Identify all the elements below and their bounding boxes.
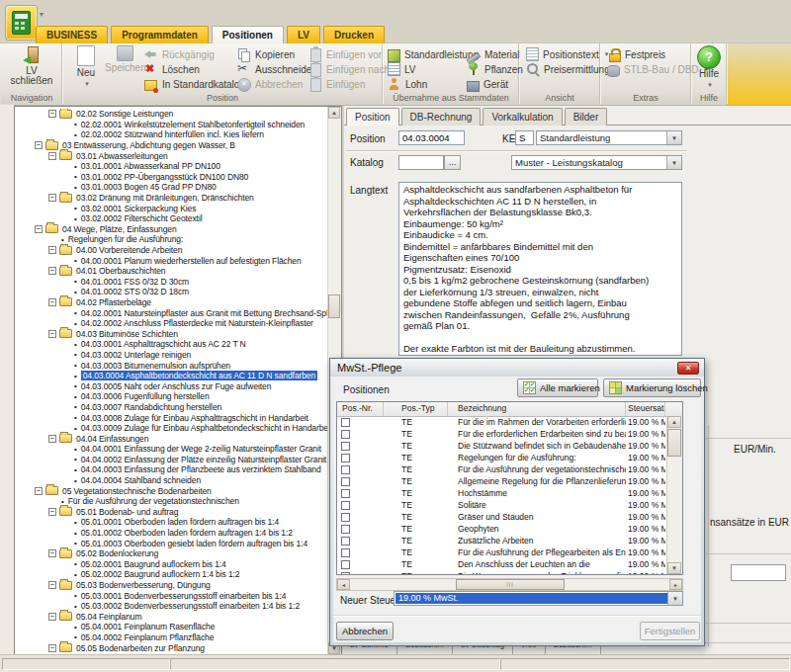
row-checkbox[interactable] bbox=[341, 501, 350, 510]
ribbon-button-einf-gen-vor[interactable]: Einfügen vor bbox=[308, 47, 390, 61]
table-row[interactable]: TEFür die erforderlichen Erdarbeiten sin… bbox=[337, 428, 667, 440]
chevron-down-icon[interactable]: ▾ bbox=[667, 592, 682, 605]
row-checkbox[interactable] bbox=[341, 430, 350, 439]
tree-item[interactable]: •04.03.0007 Randabdichtung herstellen bbox=[15, 402, 328, 413]
collapse-icon[interactable]: − bbox=[48, 152, 56, 160]
collapsed-side-panel[interactable] bbox=[0, 105, 15, 655]
collapse-icon[interactable]: − bbox=[48, 644, 56, 652]
table-vertical-scrollbar[interactable]: ▲ ▼ bbox=[666, 416, 682, 574]
finish-button[interactable]: Fertigstellen bbox=[640, 622, 700, 640]
row-checkbox[interactable] bbox=[341, 560, 350, 569]
tree-item[interactable]: •04.03.0002 Unterlage reinigen bbox=[15, 350, 328, 361]
tree-item[interactable]: −03.01 Abwasserleitungen bbox=[15, 150, 328, 161]
tree-item[interactable]: •04.04.0001 Einfassung der Wege 2-zeilig… bbox=[15, 444, 328, 455]
tree-item[interactable]: •04.03.0001 Asphalttragschicht aus AC 22… bbox=[15, 339, 328, 350]
tree-item[interactable]: •03.02.0001 Sickerpackung Kies bbox=[15, 203, 328, 213]
table-row[interactable]: TEAllgemeine Regelung für die Pflanzenli… bbox=[337, 475, 667, 487]
table-row[interactable]: TEHochstämme19.00 % M... bbox=[337, 487, 667, 499]
collapse-icon[interactable]: − bbox=[35, 141, 43, 149]
ribbon-button-einf-gen-nach[interactable]: Einfügen nach bbox=[308, 62, 390, 76]
steuersatz-select[interactable]: 19.00 % MwSt. ▾ bbox=[394, 591, 683, 606]
ribbon-button-lv[interactable]: LV bbox=[388, 62, 467, 76]
tree-item[interactable]: −04.04 Einfassungen bbox=[15, 433, 328, 444]
tree-item[interactable]: •02.02.0001 Winkelstützelement Stahlbeto… bbox=[15, 120, 328, 130]
save-button[interactable]: Speichern bbox=[105, 45, 144, 73]
collapse-icon[interactable]: − bbox=[35, 487, 43, 495]
ribbon-button-pflanzen[interactable]: Pflanzen bbox=[467, 62, 528, 76]
table-row[interactable]: TEGräser und Stauden19.00 % M... bbox=[337, 511, 667, 523]
table-row[interactable]: TEDie Stützwand befindet sich in Gebäude… bbox=[337, 440, 667, 452]
table-row[interactable]: TEFür die im Rahmen der Vorarbeiten erfo… bbox=[337, 416, 667, 428]
row-checkbox[interactable] bbox=[341, 454, 350, 462]
ribbon-button-abbrechen[interactable]: Abbrechen bbox=[237, 77, 317, 91]
table-row[interactable]: TEDen Anschluss der Leuchten an die19.00… bbox=[337, 558, 667, 570]
katalog-select[interactable]: Muster - Leistungskatalog ▾ bbox=[511, 155, 682, 170]
table-row[interactable]: TESolitäre19.00 % M... bbox=[337, 499, 667, 511]
katalog-browse-button[interactable]: ... bbox=[444, 155, 461, 170]
tree-item[interactable]: •04.03.0006 Fugenfüllung herstellen bbox=[15, 391, 328, 402]
close-icon[interactable]: ✕ bbox=[677, 362, 699, 375]
ribbon-tab-lv[interactable]: LV bbox=[287, 26, 320, 43]
table-horizontal-scrollbar[interactable]: ◄ ► ||| bbox=[336, 578, 683, 591]
ribbon-button-material[interactable]: Material bbox=[467, 47, 528, 61]
ribbon-button-r-ckg-ngig[interactable]: Rückgängig bbox=[144, 47, 245, 61]
collapse-icon[interactable]: − bbox=[48, 298, 56, 306]
langtext-textarea[interactable]: Asphaltdeckschicht aus sandfarbenen Asph… bbox=[398, 182, 682, 356]
collapse-icon[interactable]: − bbox=[35, 225, 43, 233]
tree-item[interactable]: −04.01 Oberbauschichten bbox=[15, 266, 328, 277]
scrollbar-thumb[interactable] bbox=[328, 294, 340, 318]
scroll-up-arrow[interactable]: ▲ bbox=[328, 107, 340, 119]
help-button[interactable]: Hilfe ▾ bbox=[695, 45, 723, 90]
tree-item[interactable]: •05.01.0002 Oberboden laden fördern auft… bbox=[15, 528, 328, 539]
row-checkbox[interactable] bbox=[341, 525, 350, 534]
chevron-down-icon[interactable]: ▾ bbox=[666, 156, 681, 169]
new-button[interactable]: Neu ▾ bbox=[71, 45, 101, 89]
column-header[interactable]: Steuersatz bbox=[626, 402, 665, 416]
tree-item[interactable]: •04.02.0001 Natursteinpflaster aus Grani… bbox=[15, 307, 328, 318]
row-checkbox[interactable] bbox=[341, 477, 350, 486]
tree-item[interactable]: •05.04.0001 Feinplanum Rasenfläche bbox=[15, 622, 328, 632]
ribbon-tab-drucken[interactable]: Drucken bbox=[323, 26, 385, 43]
ribbon-button-kopieren[interactable]: Kopieren bbox=[237, 47, 317, 61]
tree-item[interactable]: •04.03.0008 Zulage für Einbau Asphalttra… bbox=[15, 412, 328, 423]
scroll-down-arrow[interactable]: ▼ bbox=[667, 562, 681, 574]
tree-item[interactable]: −05.03 Bodenverbesserung, Düngung bbox=[15, 580, 328, 591]
row-checkbox[interactable] bbox=[341, 513, 350, 522]
ribbon-button-ausschneiden[interactable]: Ausschneiden bbox=[237, 62, 317, 76]
tree-item[interactable]: •04.04.0003 Einfassung der Pflanzbeete a… bbox=[15, 464, 328, 475]
app-menu-button[interactable] bbox=[5, 5, 38, 41]
tree-item[interactable]: −04.02 Pflasterbeläge bbox=[15, 297, 328, 308]
tree-item[interactable]: •03.01.0001 Abwasserkanal PP DN100 bbox=[15, 161, 328, 172]
tree-item[interactable]: −04.03 Bituminöse Schichten bbox=[15, 328, 328, 339]
ribbon-tab-programmdaten[interactable]: Programmdaten bbox=[111, 26, 209, 43]
chevron-down-icon[interactable]: ▾ bbox=[666, 131, 681, 144]
tree-item[interactable]: •05.02.0001 Baugrund auflockern bis 1:4 bbox=[15, 559, 328, 570]
scrollbar-thumb[interactable]: ||| bbox=[456, 579, 565, 590]
row-checkbox[interactable] bbox=[341, 489, 350, 498]
select-all-button[interactable]: ✔✔✔✔ Alle markieren bbox=[517, 378, 598, 397]
tree-item[interactable]: •04.03.0004 Asphaltbetondeckschicht aus … bbox=[15, 371, 328, 381]
collapse-icon[interactable]: − bbox=[48, 330, 56, 338]
tree-item[interactable]: −05.04 Feinplanum bbox=[15, 612, 328, 623]
row-checkbox[interactable] bbox=[341, 548, 350, 557]
tree-item[interactable]: •04.04.0004 Stahlband schneiden bbox=[15, 475, 328, 486]
collapse-icon[interactable]: − bbox=[48, 549, 56, 557]
ribbon-tab-business[interactable]: BUSINESS bbox=[36, 26, 108, 43]
tree-item[interactable]: •04.04.0002 Einfassung der Plätze einzei… bbox=[15, 455, 328, 465]
tree-item[interactable]: −05 Vegetationstechnische Bodenarbeiten bbox=[15, 485, 328, 496]
tree-item[interactable]: −02.02 Sonstige Leistungen bbox=[15, 109, 328, 120]
clear-selection-button[interactable]: Markierung löschen bbox=[603, 378, 701, 397]
tree-item[interactable]: •04.03.0005 Naht oder Anschluss zur Fuge… bbox=[15, 380, 328, 391]
tab-position[interactable]: Position bbox=[346, 108, 399, 126]
tab-bilder[interactable]: Bilder bbox=[565, 108, 608, 126]
table-row[interactable]: TEDie Wasserversorgung des Trinkbrunnens… bbox=[337, 570, 667, 574]
row-checkbox[interactable] bbox=[341, 418, 350, 427]
collapse-icon[interactable]: − bbox=[48, 508, 56, 516]
tab-vorkalkulation[interactable]: Vorkalkulation bbox=[483, 108, 562, 126]
ke-input[interactable] bbox=[515, 130, 534, 145]
ribbon-button-einf-gen[interactable]: Einfügen bbox=[308, 77, 390, 91]
tree-item[interactable]: −04.00 Vorbereitende Arbeiten bbox=[15, 245, 328, 256]
tree-item[interactable]: −05.02 Bodenlockerung bbox=[15, 548, 328, 559]
row-checkbox[interactable] bbox=[341, 442, 350, 451]
collapse-icon[interactable]: − bbox=[48, 246, 56, 254]
